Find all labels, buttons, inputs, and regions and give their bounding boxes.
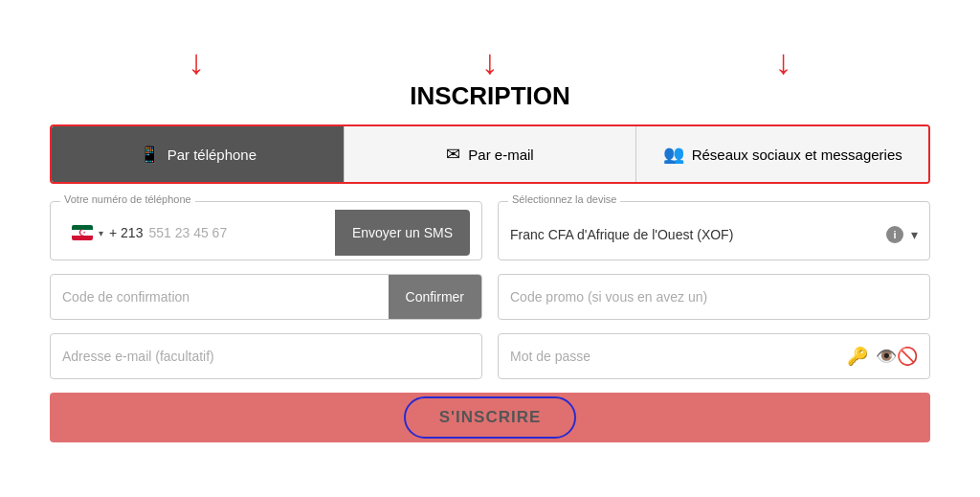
password-input-box[interactable]: Mot de passe 🔑 👁️‍🚫 [498, 333, 930, 379]
confirm-button[interactable]: Confirmer [389, 274, 481, 320]
country-code: + 213 [109, 225, 143, 240]
social-icon: 👥 [663, 144, 684, 165]
phone-number-placeholder[interactable]: 551 23 45 67 [148, 225, 227, 240]
page-title: INSCRIPTION [50, 81, 930, 111]
devise-value: Franc CFA d'Afrique de l'Ouest (XOF) [510, 227, 879, 242]
confirmation-input-box: Code de confirmation Confirmer [50, 274, 482, 320]
email-input-box[interactable]: Adresse e-mail (facultatif) [50, 333, 482, 379]
key-icon: 🔑 [847, 346, 868, 367]
phone-field-label: Votre numéro de téléphone [60, 193, 195, 205]
devise-field-label: Sélectionnez la devise [508, 193, 620, 205]
tab-social-label: Réseaux sociaux et messageries [692, 147, 902, 163]
email-icon: ✉ [446, 144, 460, 165]
flag-icon [72, 225, 93, 240]
devise-info-icon[interactable]: i [886, 226, 903, 243]
phone-icon: 📱 [139, 144, 160, 165]
eye-off-icon[interactable]: 👁️‍🚫 [876, 346, 918, 367]
flag-chevron-icon: ▾ [99, 228, 103, 238]
confirmation-placeholder[interactable]: Code de confirmation [51, 289, 389, 305]
tab-email[interactable]: ✉ Par e-mail [345, 126, 637, 182]
promo-input-box[interactable]: Code promo (si vous en avez un) [498, 274, 930, 320]
submit-row: S'INSCRIRE [50, 393, 930, 442]
arrow-right: ↓ [775, 45, 792, 79]
tab-social[interactable]: 👥 Réseaux sociaux et messageries [636, 126, 928, 182]
arrow-center: ↓ [481, 45, 499, 79]
send-sms-button[interactable]: Envoyer un SMS [335, 210, 470, 256]
phone-input-area[interactable]: ▾ + 213 551 23 45 67 [62, 225, 335, 240]
tab-email-label: Par e-mail [468, 147, 533, 163]
submit-button[interactable]: S'INSCRIRE [50, 393, 930, 442]
password-placeholder: Mot de passe [510, 349, 839, 364]
tab-phone-label: Par téléphone [167, 147, 256, 163]
arrow-left: ↓ [188, 45, 205, 79]
email-placeholder: Adresse e-mail (facultatif) [62, 349, 214, 364]
tab-bar: 📱 Par téléphone ✉ Par e-mail 👥 Réseaux s… [50, 124, 930, 184]
promo-placeholder: Code promo (si vous en avez un) [510, 289, 707, 305]
tab-phone[interactable]: 📱 Par téléphone [52, 126, 345, 182]
devise-chevron-icon[interactable]: ▾ [911, 227, 918, 242]
